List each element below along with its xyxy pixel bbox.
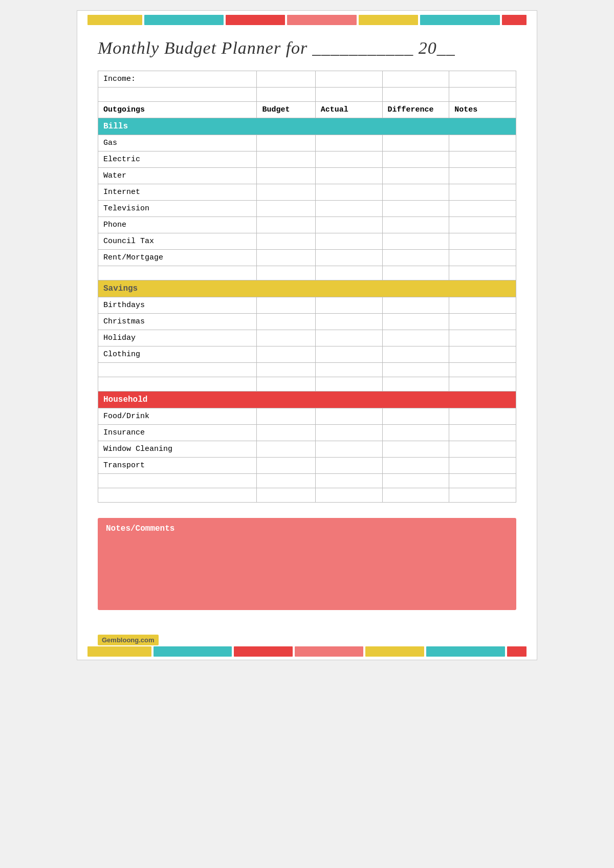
savings-christmas-row: Christmas xyxy=(98,314,516,330)
household-window-cleaning-label: Window Cleaning xyxy=(98,441,257,458)
household-insurance-label: Insurance xyxy=(98,425,257,441)
bills-rent-mortgage-label: Rent/Mortgage xyxy=(98,250,257,266)
savings-empty-1 xyxy=(98,363,516,377)
stripe-red-2 xyxy=(502,15,527,25)
bills-label: Bills xyxy=(98,118,516,135)
bills-empty-row xyxy=(98,266,516,280)
col-budget: Budget xyxy=(257,102,315,118)
bottom-stripe-teal-2 xyxy=(426,646,505,657)
savings-clothing-label: Clothing xyxy=(98,346,257,363)
bottom-stripe-yellow-1 xyxy=(87,646,151,657)
household-empty-2 xyxy=(98,488,516,503)
table-container: Income: Outgoings Budget A xyxy=(77,63,537,513)
bills-gas-row: Gas xyxy=(98,135,516,151)
income-actual xyxy=(315,71,382,88)
bottom-stripe-red-1 xyxy=(234,646,293,657)
bills-header-row: Bills xyxy=(98,118,516,135)
income-empty-row xyxy=(98,88,516,102)
bills-electric-row: Electric xyxy=(98,151,516,168)
household-header-row: Household xyxy=(98,392,516,408)
notes-section: Notes/Comments xyxy=(98,518,516,610)
income-label: Income: xyxy=(98,71,257,88)
income-diff xyxy=(382,71,449,88)
stripe-pink-1 xyxy=(287,15,357,25)
budget-table: Income: Outgoings Budget A xyxy=(98,71,516,503)
savings-birthdays-row: Birthdays xyxy=(98,297,516,314)
notes-title: Notes/Comments xyxy=(106,524,508,533)
bills-water-row: Water xyxy=(98,168,516,184)
page: Monthly Budget Planner for ___________ 2… xyxy=(77,10,537,660)
savings-holiday-label: Holiday xyxy=(98,330,257,346)
stripe-red-1 xyxy=(226,15,285,25)
col-difference: Difference xyxy=(382,102,449,118)
household-empty-1 xyxy=(98,474,516,488)
savings-birthdays-label: Birthdays xyxy=(98,297,257,314)
household-transport-label: Transport xyxy=(98,458,257,474)
bills-council-tax-row: Council Tax xyxy=(98,233,516,250)
savings-clothing-row: Clothing xyxy=(98,346,516,363)
stripe-teal-2 xyxy=(420,15,499,25)
bills-internet-row: Internet xyxy=(98,184,516,201)
stripe-teal-1 xyxy=(144,15,224,25)
bills-internet-label: Internet xyxy=(98,184,257,201)
bills-water-label: Water xyxy=(98,168,257,184)
household-food-label: Food/Drink xyxy=(98,408,257,425)
household-transport-row: Transport xyxy=(98,458,516,474)
stripe-yellow-2 xyxy=(359,15,418,25)
household-window-cleaning-row: Window Cleaning xyxy=(98,441,516,458)
col-notes: Notes xyxy=(449,102,516,118)
savings-header-row: Savings xyxy=(98,280,516,297)
bills-rent-mortgage-row: Rent/Mortgage xyxy=(98,250,516,266)
bills-gas-label: Gas xyxy=(98,135,257,151)
col-actual: Actual xyxy=(315,102,382,118)
title-text: Monthly Budget Planner for xyxy=(98,38,308,57)
bills-phone-row: Phone xyxy=(98,217,516,233)
col-outgoings: Outgoings xyxy=(98,102,257,118)
top-stripe-bar xyxy=(77,11,537,29)
bottom-stripe-bar xyxy=(77,643,537,660)
household-insurance-row: Insurance xyxy=(98,425,516,441)
savings-christmas-label: Christmas xyxy=(98,314,257,330)
bottom-stripe-pink-1 xyxy=(295,646,363,657)
savings-empty-2 xyxy=(98,377,516,392)
year-blank: ___________ xyxy=(312,38,419,57)
bills-council-tax-label: Council Tax xyxy=(98,233,257,250)
column-headers: Outgoings Budget Actual Difference Notes xyxy=(98,102,516,118)
bills-electric-label: Electric xyxy=(98,151,257,168)
savings-label: Savings xyxy=(98,280,516,297)
income-budget xyxy=(257,71,315,88)
savings-holiday-row: Holiday xyxy=(98,330,516,346)
stripe-yellow-1 xyxy=(87,15,142,25)
title-suffix: 20__ xyxy=(419,38,455,57)
income-row: Income: xyxy=(98,71,516,88)
household-label: Household xyxy=(98,392,516,408)
bills-phone-label: Phone xyxy=(98,217,257,233)
bottom-stripe-red-2 xyxy=(507,646,527,657)
page-title: Monthly Budget Planner for ___________ 2… xyxy=(77,29,537,63)
bottom-stripe-teal-1 xyxy=(154,646,232,657)
bottom-stripe-yellow-2 xyxy=(365,646,424,657)
household-food-row: Food/Drink xyxy=(98,408,516,425)
bills-television-label: Television xyxy=(98,201,257,217)
income-notes xyxy=(449,71,516,88)
bills-television-row: Television xyxy=(98,201,516,217)
